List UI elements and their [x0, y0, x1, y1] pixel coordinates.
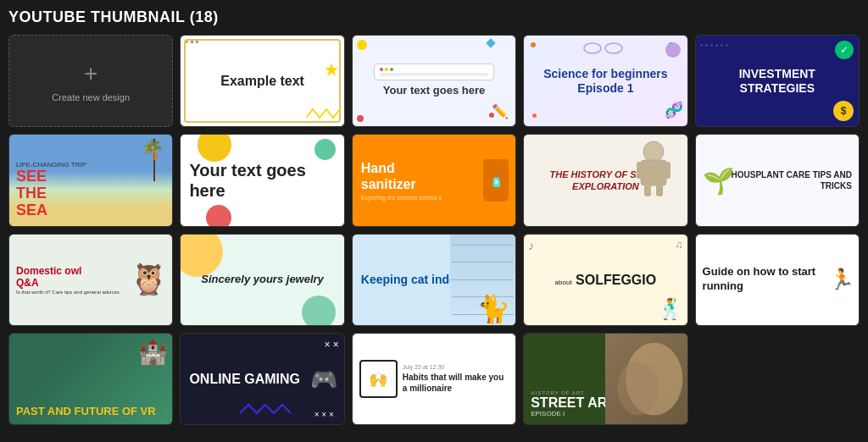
zigzag-decoration	[306, 105, 340, 122]
sea-label: Life-changing trip SEETHESEA	[16, 162, 86, 219]
science-label: Science for beginners Episode 1	[531, 67, 680, 96]
vr-thumbnail[interactable]: 🏰 PAST AND FUTURE OF VR	[8, 333, 173, 425]
solfeggio-label: about SOLFEGGIO	[555, 272, 657, 288]
palm-icon: 🌴	[141, 139, 164, 161]
svg-rect-6	[664, 162, 670, 179]
text-template-label: Your text goes here	[383, 84, 485, 98]
jewelry-label: Sincerely yours jewelry	[201, 273, 324, 287]
figure-icon: 🙌	[359, 360, 398, 398]
plus-icon: +	[84, 60, 97, 87]
solfeggio-thumbnail[interactable]: ♪ ♫ 🕺 about SOLFEGGIO	[523, 234, 687, 326]
street-art-label: STREET ART	[531, 395, 615, 411]
owl-icon: 🦉	[130, 262, 168, 297]
svg-rect-7	[644, 184, 651, 196]
svg-point-2	[605, 43, 622, 53]
habits-label: Habits that will make you a millionaire	[403, 372, 509, 394]
street-art-thumbnail[interactable]: HISTORY OF ART STREET ART EPISODE I	[523, 333, 687, 425]
svg-rect-8	[656, 184, 663, 196]
runner-icon: 🏃	[829, 268, 854, 291]
gaming-thumbnail[interactable]: ONLINE GAMING × × × × × 🎮	[180, 333, 344, 425]
star-decoration	[323, 61, 340, 78]
jewelry-thumbnail[interactable]: Sincerely yours jewelry	[180, 234, 344, 326]
sanitizer-sub: Exploring the science behind it.	[361, 195, 443, 201]
science-dna-decoration	[580, 40, 631, 57]
create-new-thumbnail[interactable]: + Create new design	[8, 35, 173, 127]
science-thumbnail[interactable]: Science for beginners Episode 1 🧬	[523, 35, 687, 127]
investment-thumbnail[interactable]: ✓ INVESTMENT STRATEGIES $	[695, 35, 860, 127]
text-template-thumbnail[interactable]: Your text goes here ✏️	[352, 35, 516, 127]
example-text-thumbnail[interactable]: Example text	[180, 35, 344, 127]
dance-icon: 🕺	[658, 297, 683, 321]
svg-marker-0	[325, 63, 338, 76]
thumbnail-grid: + Create new design Example text Your te…	[8, 35, 860, 425]
bottle-icon: 🧴	[483, 159, 509, 202]
text-big-thumbnail[interactable]: Your text goes here	[180, 134, 344, 226]
cat-icon: 🐈	[476, 293, 510, 325]
text-big-label: Your text goes here	[189, 160, 335, 201]
map-decoration	[605, 334, 687, 424]
svg-rect-5	[637, 162, 643, 179]
habits-date: July 23 at 12:30	[403, 364, 509, 370]
wave-decoration	[240, 401, 291, 417]
houseplant-thumbnail[interactable]: 🌱 HOUSPLANT CARE TIPS AND TRICKS	[695, 134, 860, 226]
music-note2-icon: ♫	[676, 239, 683, 251]
blob1-decoration	[198, 134, 231, 162]
music-note-icon: ♪	[528, 239, 534, 252]
sea-thumbnail[interactable]: 🌴 Life-changing trip SEETHESEA	[8, 134, 173, 226]
blob-teal	[302, 296, 336, 326]
gamer-icon: 🎮	[310, 366, 337, 392]
x-marks-icon: × ×	[324, 339, 338, 351]
art-image	[605, 334, 687, 424]
gaming-label: ONLINE GAMING	[189, 371, 300, 387]
cat-thumbnail[interactable]: Keeping cat indoors 🐈	[352, 234, 516, 326]
svg-point-10	[618, 361, 659, 415]
create-new-label: Create new design	[52, 92, 130, 102]
blob-yellow	[180, 234, 223, 277]
owl-label: Domestic owlQ&A	[16, 265, 120, 290]
blob3-decoration	[314, 139, 336, 160]
dna-icon: 🧬	[665, 101, 683, 119]
blob2-decoration	[206, 205, 231, 227]
sanitizer-thumbnail[interactable]: Handsanitizer Exploring the science behi…	[352, 134, 516, 226]
check-icon: ✓	[835, 41, 854, 59]
browser-bar	[374, 64, 493, 80]
svg-rect-4	[641, 160, 666, 185]
space-thumbnail[interactable]: THE HISTORY OF SPACE EXPLORATION	[523, 134, 687, 226]
dollar-icon: $	[833, 101, 854, 121]
sanitizer-label: Handsanitizer	[361, 160, 443, 192]
habits-thumbnail[interactable]: 🙌 July 23 at 12:30 Habits that will make…	[352, 333, 516, 425]
pencil-icon: ✏️	[492, 103, 509, 119]
vr-label: PAST AND FUTURE OF VR	[16, 405, 156, 418]
running-thumbnail[interactable]: 🏃 Guide on how to start running	[695, 234, 860, 326]
page-title: YOUTUBE THUMBNAIL (18)	[8, 8, 860, 26]
street-art-episode: EPISODE I	[531, 410, 565, 417]
example-text-label: Example text	[220, 74, 304, 89]
svg-point-3	[643, 141, 664, 162]
investment-label: INVESTMENT STRATEGIES	[703, 67, 852, 96]
astronaut-icon	[632, 139, 675, 198]
xxx-icon: × × ×	[314, 410, 334, 419]
owl-thumbnail[interactable]: Domestic owlQ&A Is that worth it? Care t…	[8, 234, 173, 326]
svg-point-1	[584, 43, 601, 53]
plant-icon: 🌱	[703, 166, 734, 196]
owl-sub: Is that worth it? Care tips and general …	[16, 290, 120, 295]
castle-icon: 🏰	[138, 338, 168, 366]
